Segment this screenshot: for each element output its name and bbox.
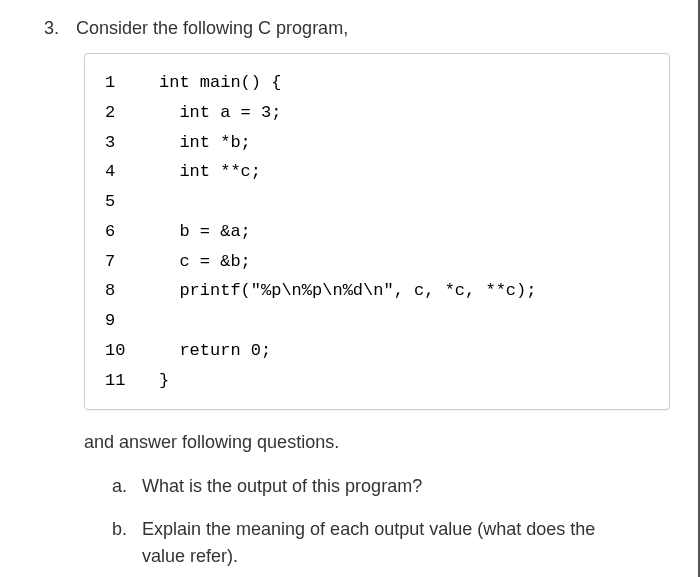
page-content: 3. Consider the following C program, 1 i… bbox=[0, 0, 700, 577]
line-number: 3 bbox=[105, 128, 135, 158]
followup-text: and answer following questions. bbox=[84, 432, 670, 453]
code-text: } bbox=[159, 366, 169, 396]
code-text: return 0; bbox=[159, 336, 271, 366]
line-number: 10 bbox=[105, 336, 135, 366]
code-line: 10 return 0; bbox=[105, 336, 649, 366]
code-line: 8 printf("%p\n%p\n%d\n", c, *c, **c); bbox=[105, 276, 649, 306]
subquestion-text: Explain the meaning of each output value… bbox=[142, 516, 622, 570]
line-number: 9 bbox=[105, 306, 135, 336]
line-number: 7 bbox=[105, 247, 135, 277]
line-number: 4 bbox=[105, 157, 135, 187]
code-line: 3 int *b; bbox=[105, 128, 649, 158]
code-text: b = &a; bbox=[159, 217, 251, 247]
subquestion-text: What is the output of this program? bbox=[142, 473, 422, 500]
code-text: int *b; bbox=[159, 128, 251, 158]
code-line: 2 int a = 3; bbox=[105, 98, 649, 128]
code-line: 9 bbox=[105, 306, 649, 336]
line-number: 1 bbox=[105, 68, 135, 98]
line-number: 5 bbox=[105, 187, 135, 217]
code-line: 5 bbox=[105, 187, 649, 217]
code-line: 4 int **c; bbox=[105, 157, 649, 187]
question-header: 3. Consider the following C program, bbox=[44, 18, 670, 39]
code-text: c = &b; bbox=[159, 247, 251, 277]
code-text: int a = 3; bbox=[159, 98, 281, 128]
subquestion-b: b. Explain the meaning of each output va… bbox=[112, 516, 670, 570]
line-number: 11 bbox=[105, 366, 135, 396]
question-number: 3. bbox=[44, 18, 66, 39]
subquestion-a: a. What is the output of this program? bbox=[112, 473, 670, 500]
code-text: int main() { bbox=[159, 68, 281, 98]
subquestion-label: b. bbox=[112, 516, 136, 570]
subquestion-label: a. bbox=[112, 473, 136, 500]
code-line: 6 b = &a; bbox=[105, 217, 649, 247]
code-line: 7 c = &b; bbox=[105, 247, 649, 277]
line-number: 8 bbox=[105, 276, 135, 306]
question-intro: Consider the following C program, bbox=[76, 18, 348, 39]
line-number: 2 bbox=[105, 98, 135, 128]
code-line: 1 int main() { bbox=[105, 68, 649, 98]
code-text: printf("%p\n%p\n%d\n", c, *c, **c); bbox=[159, 276, 536, 306]
code-block: 1 int main() { 2 int a = 3; 3 int *b; 4 … bbox=[84, 53, 670, 410]
code-text: int **c; bbox=[159, 157, 261, 187]
line-number: 6 bbox=[105, 217, 135, 247]
code-line: 11 } bbox=[105, 366, 649, 396]
